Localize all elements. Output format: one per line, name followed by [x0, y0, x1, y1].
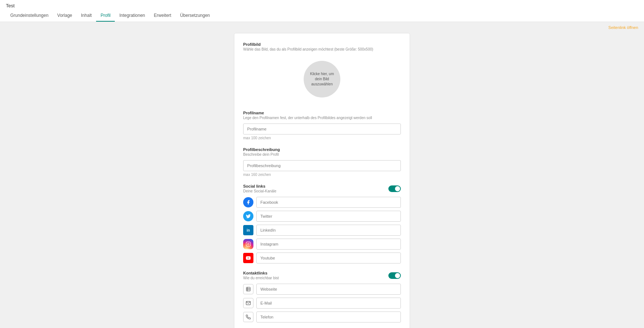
facebook-icon	[243, 197, 253, 207]
phone-input[interactable]	[256, 312, 401, 323]
tab-erweitert[interactable]: Erweitert	[150, 10, 176, 22]
app-title: Test	[6, 0, 638, 10]
profilbeschreibung-sublabel: Beschreibe dein Profil	[243, 152, 401, 156]
social-links-toggle[interactable]	[388, 185, 401, 192]
instagram-input[interactable]	[256, 239, 401, 250]
profilbild-sublabel: Wähle das Bild, das du als Profilbild an…	[243, 47, 401, 51]
tab-integrationen[interactable]: Integrationen	[115, 10, 149, 22]
tab-uebersetzungen[interactable]: Übersetzungen	[176, 10, 214, 22]
social-links-fields: in	[243, 197, 401, 263]
social-links-label: Social links	[243, 184, 277, 188]
profilname-section: Profilname Lege den Profilnamen fest, de…	[243, 111, 401, 140]
social-row-instagram	[243, 239, 401, 250]
form-card: Profilbild Wähle das Bild, das du als Pr…	[234, 33, 410, 328]
profilname-input[interactable]	[243, 124, 401, 134]
youtube-icon	[243, 253, 253, 263]
profilbeschreibung-section: Profilbeschreibung Beschreibe dein Profi…	[243, 147, 401, 177]
svg-rect-0	[246, 242, 250, 246]
linkedin-icon: in	[243, 225, 253, 235]
social-row-website	[243, 284, 401, 295]
tab-profil[interactable]: Profil	[96, 10, 115, 22]
instagram-icon	[243, 239, 253, 249]
profilname-char-hint: max 100 zeichen	[243, 136, 401, 140]
profile-image-container: Klicke hier, um dein Bild auszuwählen	[243, 55, 401, 103]
kontakt-links-section: Kontaktlinks Wie du erreichbar bist	[243, 271, 401, 323]
nav-tabs: Grundeinstellungen Vorlage Inhalt Profil…	[6, 10, 638, 22]
profilbeschreibung-label: Profilbeschreibung	[243, 147, 401, 152]
email-input[interactable]	[256, 298, 401, 309]
svg-rect-3	[246, 287, 250, 291]
page-link-bar: Seitenlink öffnen	[0, 22, 644, 33]
linkedin-input[interactable]	[256, 225, 401, 236]
tab-vorlage[interactable]: Vorlage	[53, 10, 77, 22]
email-icon	[243, 298, 253, 308]
profilname-label: Profilname	[243, 111, 401, 115]
profilbeschreibung-char-hint: max 160 zeichen	[243, 173, 401, 177]
phone-icon	[243, 312, 253, 322]
social-row-email	[243, 298, 401, 309]
top-bar: Test Grundeinstellungen Vorlage Inhalt P…	[0, 0, 644, 22]
kontakt-links-label-group: Kontaktlinks Wie du erreichbar bist	[243, 271, 279, 280]
social-row-youtube	[243, 253, 401, 263]
social-links-header: Social links Deine Social-Kanäle	[243, 184, 401, 193]
kontakt-links-header: Kontaktlinks Wie du erreichbar bist	[243, 271, 401, 280]
kontakt-links-fields	[243, 284, 401, 323]
twitter-icon	[243, 211, 253, 221]
kontakt-links-sublabel: Wie du erreichbar bist	[243, 276, 279, 280]
social-row-linkedin: in	[243, 225, 401, 236]
twitter-input[interactable]	[256, 211, 401, 222]
kontakt-links-toggle-slider	[388, 272, 401, 279]
social-row-facebook	[243, 197, 401, 208]
social-row-phone	[243, 312, 401, 323]
social-links-sublabel: Deine Social-Kanäle	[243, 189, 277, 193]
website-input[interactable]	[256, 284, 401, 295]
social-links-label-group: Social links Deine Social-Kanäle	[243, 184, 277, 193]
social-links-toggle-slider	[388, 185, 401, 192]
social-row-twitter	[243, 211, 401, 222]
website-icon	[243, 284, 253, 294]
profilbild-label: Profilbild	[243, 42, 401, 47]
profile-image-upload[interactable]: Klicke hier, um dein Bild auszuwählen	[304, 61, 340, 97]
tab-inhalt[interactable]: Inhalt	[77, 10, 96, 22]
main-content: Profilbild Wähle das Bild, das du als Pr…	[0, 33, 644, 328]
youtube-input[interactable]	[256, 253, 401, 263]
page-link[interactable]: Seitenlink öffnen	[608, 25, 638, 30]
facebook-input[interactable]	[256, 197, 401, 208]
profilname-sublabel: Lege den Profilnamen fest, der unterhalb…	[243, 116, 401, 120]
kontakt-links-toggle[interactable]	[388, 272, 401, 279]
social-links-section: Social links Deine Social-Kanäle	[243, 184, 401, 263]
kontakt-links-label: Kontaktlinks	[243, 271, 279, 275]
profilbild-section: Profilbild Wähle das Bild, das du als Pr…	[243, 42, 401, 103]
tab-grundeinstellungen[interactable]: Grundeinstellungen	[6, 10, 53, 22]
profilbeschreibung-input[interactable]	[243, 160, 401, 171]
